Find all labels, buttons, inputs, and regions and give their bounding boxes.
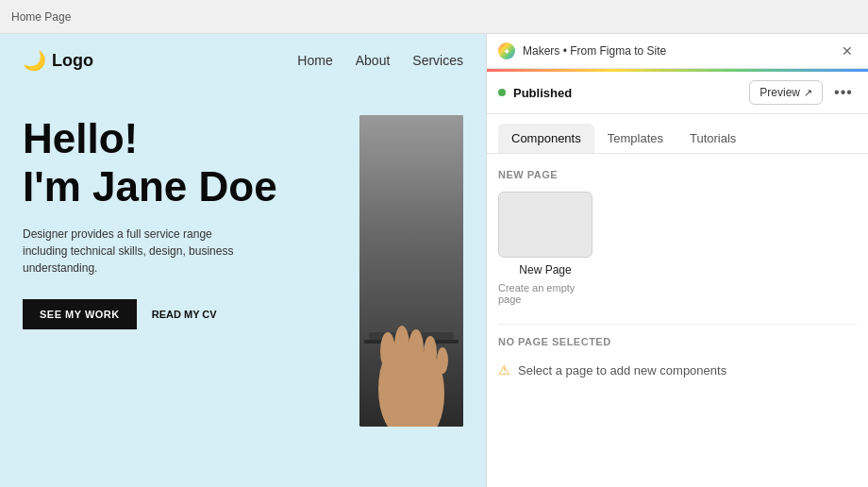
- site-nav-links: Home About Services: [297, 53, 463, 68]
- svg-point-8: [424, 336, 437, 370]
- read-my-cv-button[interactable]: READ MY CV: [152, 309, 217, 320]
- svg-point-9: [437, 347, 448, 374]
- hero-section: Hello! I'm Jane Doe Designer provides a …: [0, 87, 486, 427]
- panel-title: Makers • From Figma to Site: [523, 44, 830, 58]
- hero-image: [359, 115, 463, 427]
- more-options-button[interactable]: •••: [830, 79, 857, 106]
- tab-tutorials[interactable]: Tutorials: [676, 124, 749, 153]
- preview-button[interactable]: Preview ↗: [749, 80, 823, 105]
- hero-text: Hello! I'm Jane Doe Designer provides a …: [23, 115, 359, 329]
- published-status-text: Published: [513, 86, 742, 100]
- svg-point-5: [380, 332, 395, 370]
- panel-header: ✦ Makers • From Figma to Site ✕: [487, 34, 868, 69]
- no-page-message: ⚠ Select a page to add new components: [498, 362, 857, 378]
- nav-services[interactable]: Services: [412, 53, 463, 68]
- panel-tabs: Components Templates Tutorials: [487, 114, 868, 154]
- right-panel: ✦ Makers • From Figma to Site ✕ Publishe…: [486, 34, 868, 487]
- tab-components[interactable]: Components: [498, 124, 594, 153]
- main-layout: 🌙 Logo Home About Services Hello! I'm Ja…: [0, 34, 868, 487]
- favicon-icon: ✦: [503, 46, 510, 57]
- status-bar: Published Preview ↗ •••: [487, 72, 868, 114]
- top-bar: Home Page: [0, 0, 868, 34]
- no-page-label: NO PAGE SELECTED: [498, 336, 857, 347]
- hero-image-placeholder: [359, 115, 463, 427]
- new-page-card[interactable]: New Page Create an empty page: [498, 192, 593, 305]
- section-divider: [498, 324, 857, 325]
- page-thumbnail: [498, 192, 593, 258]
- hero-title-line1: Hello!: [23, 115, 341, 163]
- no-page-section: NO PAGE SELECTED ⚠ Select a page to add …: [498, 336, 857, 378]
- new-page-section-label: NEW PAGE: [498, 169, 857, 180]
- tab-templates[interactable]: Templates: [594, 124, 676, 153]
- see-my-work-button[interactable]: SEE MY WORK: [23, 299, 137, 329]
- close-button[interactable]: ✕: [838, 42, 857, 60]
- nav-home[interactable]: Home: [297, 53, 332, 68]
- page-label: Home Page: [11, 10, 71, 24]
- site-logo: 🌙 Logo: [23, 49, 93, 72]
- website-preview: 🌙 Logo Home About Services Hello! I'm Ja…: [0, 34, 486, 487]
- site-nav: 🌙 Logo Home About Services: [0, 34, 486, 87]
- svg-point-7: [409, 329, 424, 367]
- new-page-label: New Page: [519, 263, 571, 277]
- hero-title-line2: I'm Jane Doe: [23, 163, 341, 211]
- logo-icon: 🌙: [23, 49, 46, 72]
- nav-about[interactable]: About: [356, 53, 391, 68]
- warning-icon: ⚠: [498, 362, 510, 378]
- hero-description: Designer provides a full service range i…: [23, 226, 249, 277]
- no-page-message-text: Select a page to add new components: [518, 363, 726, 378]
- panel-content: NEW PAGE New Page Create an empty page N…: [487, 154, 868, 487]
- svg-point-6: [394, 326, 409, 367]
- hero-buttons: SEE MY WORK READ MY CV: [23, 299, 341, 329]
- new-page-sublabel: Create an empty page: [498, 282, 593, 305]
- preview-external-icon: ↗: [804, 87, 812, 99]
- preview-button-label: Preview: [760, 86, 800, 99]
- hero-title: Hello! I'm Jane Doe: [23, 115, 341, 210]
- published-status-dot: [498, 89, 506, 96]
- logo-text: Logo: [52, 51, 93, 71]
- panel-favicon: ✦: [498, 42, 515, 59]
